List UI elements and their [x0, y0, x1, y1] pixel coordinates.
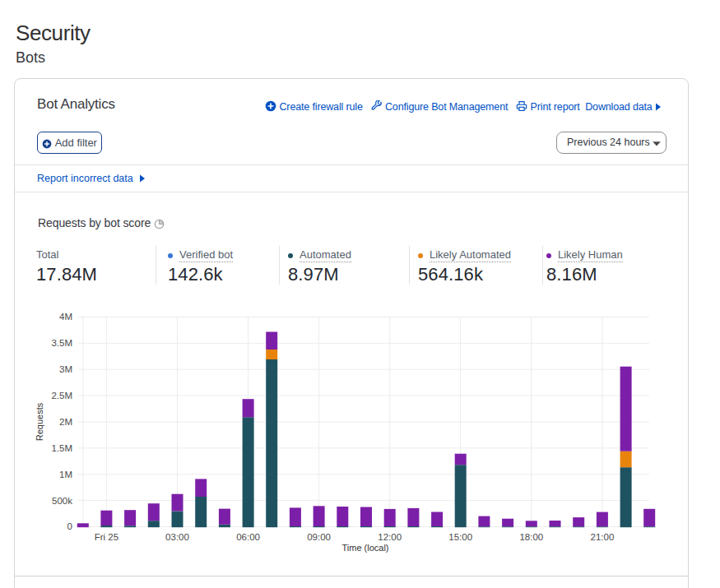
svg-text:06:00: 06:00 — [236, 532, 260, 542]
svg-text:3.5M: 3.5M — [51, 338, 72, 348]
svg-text:21:00: 21:00 — [591, 532, 615, 542]
svg-text:Fri 25: Fri 25 — [95, 532, 118, 542]
svg-text:2M: 2M — [59, 417, 72, 427]
svg-text:500k: 500k — [52, 496, 72, 506]
svg-text:18:00: 18:00 — [519, 532, 543, 542]
svg-text:4M: 4M — [59, 312, 72, 322]
svg-text:3M: 3M — [59, 364, 72, 374]
svg-text:09:00: 09:00 — [307, 532, 331, 542]
svg-text:1M: 1M — [59, 470, 72, 479]
svg-text:12:00: 12:00 — [378, 532, 402, 542]
svg-text:15:00: 15:00 — [448, 532, 472, 542]
svg-text:2.5M: 2.5M — [51, 391, 72, 400]
svg-text:1.5M: 1.5M — [51, 443, 72, 453]
svg-text:Time (local): Time (local) — [341, 543, 388, 553]
svg-text:Requests: Requests — [35, 402, 44, 441]
svg-text:0: 0 — [67, 521, 72, 531]
svg-text:03:00: 03:00 — [165, 532, 189, 542]
